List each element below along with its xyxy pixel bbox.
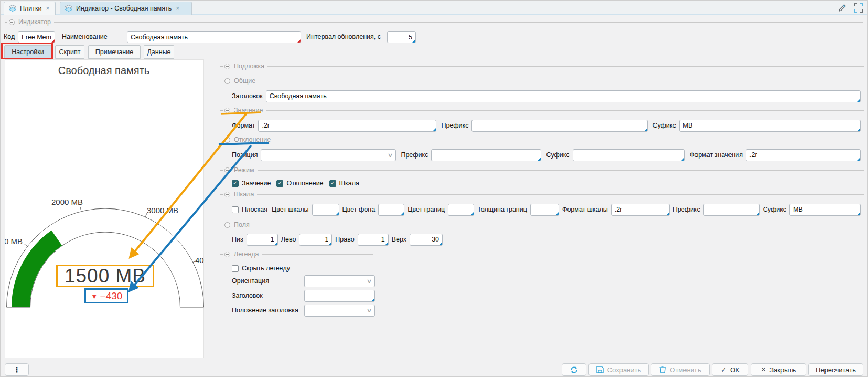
legend-hide-label: Скрыть легенду — [242, 265, 290, 272]
margin-right-field[interactable] — [358, 234, 389, 246]
general-title-field[interactable] — [266, 90, 861, 102]
scale-bg-label: Цвет фона — [342, 206, 376, 213]
scale-prefix-field[interactable] — [703, 204, 760, 216]
legend-hide-checkbox[interactable] — [232, 265, 239, 272]
general-title-row: Заголовок — [232, 90, 861, 102]
mode-value-checkbox[interactable]: ✓ — [232, 180, 239, 187]
tab-tiles-close-icon[interactable]: × — [46, 5, 49, 12]
mode-deviation-checkbox[interactable]: ✓ — [276, 180, 283, 187]
legend-title-pos-select[interactable]: ∨ — [304, 305, 375, 317]
ok-button[interactable]: ✓ ОК — [712, 363, 748, 376]
legend-title-row: Заголовок — [232, 289, 375, 302]
scale-color-field[interactable] — [312, 204, 339, 216]
section-divider — [257, 194, 864, 195]
mode-scale-checkbox[interactable]: ✓ — [329, 180, 336, 187]
collapse-icon[interactable] — [224, 192, 230, 197]
tab-settings[interactable]: Настройки — [4, 45, 51, 59]
section-backdrop: Подложка — [220, 62, 864, 70]
deviation-suffix-field[interactable] — [573, 149, 685, 161]
layers-icon — [65, 5, 73, 12]
legend-orientation-label: Ориентация — [232, 277, 301, 285]
section-deviation: Отклонение — [220, 136, 864, 143]
close-button[interactable]: × Закрыть — [751, 363, 806, 376]
legend-title-field[interactable] — [304, 290, 375, 302]
value-suffix-field[interactable] — [679, 120, 861, 132]
section-divider — [259, 81, 864, 81]
scale-border-color-label: Цвет границ — [408, 206, 445, 213]
section-margins: Поля — [220, 221, 451, 228]
tab-script[interactable]: Скрипт — [55, 45, 84, 59]
refresh-icon — [570, 366, 578, 374]
code-label: Код — [4, 33, 15, 40]
collapse-icon[interactable] — [224, 167, 230, 173]
indicator-main-fields: Код Наименование Интервал обновления, с — [1, 31, 867, 44]
collapse-icon[interactable] — [224, 108, 230, 113]
deviation-format-label: Формат значения — [690, 151, 743, 159]
tab-tiles-label: Плитки — [20, 5, 41, 12]
deviation-position-select[interactable]: ∨ — [261, 149, 396, 161]
tab-tiles[interactable]: Плитки × — [4, 2, 56, 15]
refresh-button[interactable] — [562, 363, 586, 376]
close-button-label: Закрыть — [769, 366, 796, 374]
code-field[interactable] — [18, 31, 55, 43]
collapse-icon[interactable] — [224, 137, 230, 143]
save-button[interactable]: Сохранить — [588, 363, 649, 376]
section-legend-label: Легенда — [234, 250, 259, 258]
fullscreen-icon[interactable] — [854, 3, 863, 13]
tab-note[interactable]: Примечание — [88, 45, 141, 59]
ok-button-label: ОК — [730, 366, 740, 374]
collapse-icon[interactable] — [224, 64, 230, 69]
section-divider — [262, 254, 373, 255]
tab-indicator-close-icon[interactable]: × — [176, 5, 179, 12]
legend-orientation-select[interactable]: ∨ — [304, 275, 375, 287]
recalculate-button[interactable]: Пересчитать — [808, 363, 863, 376]
margin-left-label: Лево — [281, 236, 296, 243]
section-general: Общие — [220, 77, 864, 85]
scale-suffix-field[interactable] — [789, 204, 861, 216]
tab-script-label: Скрипт — [59, 48, 81, 56]
legend-title-pos-label: Положение заголовка — [232, 307, 301, 314]
indicator-group-header: Индикатор — [5, 18, 863, 26]
value-settings-row: Формат Префикс Суфикс — [232, 119, 861, 132]
close-x-icon: × — [761, 365, 766, 374]
cancel-button[interactable]: Отменить — [651, 363, 710, 376]
scale-border-color-field[interactable] — [448, 204, 474, 216]
scale-format-field[interactable] — [611, 204, 670, 216]
section-divider — [258, 170, 864, 171]
mode-scale-label: Шкала — [339, 180, 359, 187]
collapse-icon[interactable] — [9, 19, 15, 25]
name-field[interactable] — [127, 31, 301, 43]
section-legend: Легенда — [220, 250, 373, 258]
margin-bottom-field[interactable] — [247, 234, 278, 246]
value-prefix-label: Префикс — [441, 122, 468, 129]
name-label: Наименование — [62, 33, 108, 40]
more-actions-button[interactable]: ⋮ — [5, 363, 29, 376]
save-floppy-icon — [596, 366, 604, 373]
value-suffix-label: Суфикс — [652, 122, 676, 129]
value-prefix-field[interactable] — [471, 120, 648, 132]
tab-settings-label: Настройки — [12, 48, 44, 56]
recalculate-button-label: Пересчитать — [816, 366, 856, 374]
tab-indicator-label: Индикатор - Свободная память — [76, 5, 172, 12]
section-divider — [266, 110, 864, 111]
scale-color-label: Цвет шкалы — [272, 206, 308, 213]
margin-left-field[interactable] — [299, 234, 332, 246]
deviation-prefix-field[interactable] — [431, 149, 541, 161]
collapse-icon[interactable] — [224, 252, 230, 257]
scale-border-width-field[interactable] — [530, 204, 559, 216]
value-format-field[interactable] — [258, 120, 436, 132]
deviation-format-field[interactable] — [746, 149, 861, 161]
margin-top-field[interactable] — [410, 234, 443, 246]
collapse-icon[interactable] — [224, 222, 230, 228]
section-scale-label: Шкала — [234, 191, 254, 198]
interval-field[interactable] — [387, 31, 416, 43]
tab-data[interactable]: Данные — [144, 45, 174, 59]
gauge-deviation-annotation-box: ▼ −430 — [84, 288, 128, 303]
scale-flat-checkbox[interactable] — [232, 206, 239, 213]
scale-bg-field[interactable] — [378, 204, 404, 216]
gauge-tick-label-4000: 40 — [195, 256, 204, 265]
save-button-label: Сохранить — [607, 366, 641, 374]
collapse-icon[interactable] — [224, 78, 230, 84]
edit-pencil-icon[interactable] — [837, 3, 848, 13]
tab-indicator[interactable]: Индикатор - Свободная память × — [60, 2, 192, 15]
